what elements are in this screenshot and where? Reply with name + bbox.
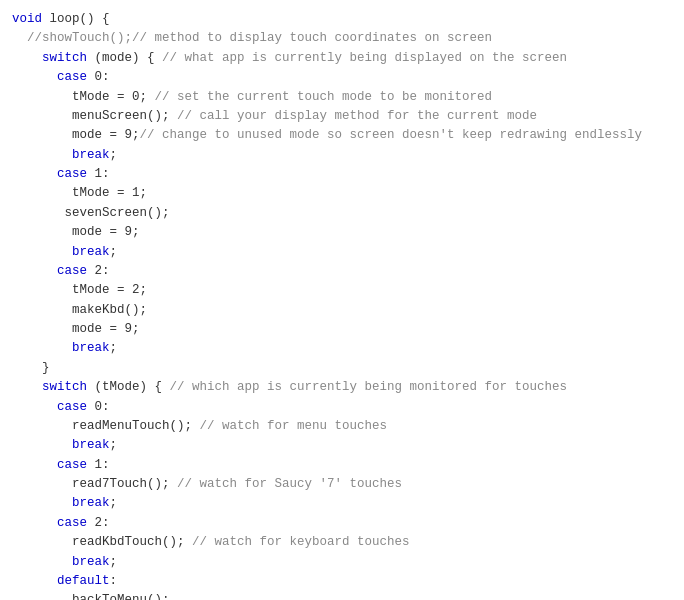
keyword-break-4: break xyxy=(72,438,110,452)
keyword-default: default xyxy=(57,574,110,588)
keyword-break-6: break xyxy=(72,555,110,569)
keyword-case-3: case xyxy=(57,400,87,414)
keyword-switch-1: switch xyxy=(42,51,87,65)
keyword-case-0: case xyxy=(57,70,87,84)
comment-4: // call your display method for the curr… xyxy=(177,109,537,123)
keyword-case-2: case xyxy=(57,264,87,278)
comment-9: // watch for keyboard touches xyxy=(192,535,410,549)
fn-loop: loop xyxy=(50,12,80,26)
keyword-break-1: break xyxy=(72,148,110,162)
code-block: void loop() { //showTouch();// method to… xyxy=(12,10,672,600)
keyword-case-1: case xyxy=(57,167,87,181)
keyword-case-5: case xyxy=(57,516,87,530)
keyword-break-5: break xyxy=(72,496,110,510)
comment-5: // change to unused mode so screen doesn… xyxy=(140,128,643,142)
comment-1: //showTouch();// method to display touch… xyxy=(27,31,492,45)
comment-8: // watch for Saucy '7' touches xyxy=(177,477,402,491)
comment-6: // which app is currently being monitore… xyxy=(170,380,568,394)
comment-2: // what app is currently being displayed… xyxy=(162,51,567,65)
keyword-case-4: case xyxy=(57,458,87,472)
keyword-void: void xyxy=(12,12,42,26)
keyword-switch-2: switch xyxy=(42,380,87,394)
keyword-break-2: break xyxy=(72,245,110,259)
comment-3: // set the current touch mode to be moni… xyxy=(155,90,493,104)
keyword-break-3: break xyxy=(72,341,110,355)
comment-7: // watch for menu touches xyxy=(200,419,388,433)
